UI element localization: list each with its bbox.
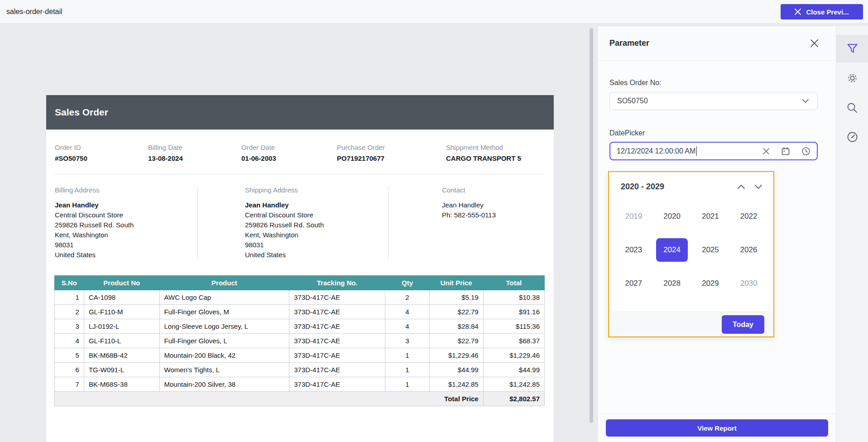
text-caret [696, 146, 697, 156]
year-label: 2029 [695, 272, 726, 295]
order-info-row: Order ID #SO50750 Billing Date 13-08-202… [46, 130, 554, 174]
column-header: Product No [84, 276, 159, 290]
table-cell: 6 [55, 363, 84, 377]
table-cell: BK-M68S-38 [84, 377, 159, 392]
side-icon-strip [836, 26, 868, 442]
billing-name: Jean Handley [55, 200, 197, 210]
datepicker-label: DatePicker [609, 129, 818, 137]
table-cell: 373D-417C-AE [289, 377, 385, 392]
order-id-block: Order ID #SO50750 [55, 144, 148, 162]
table-cell: 2 [385, 290, 429, 305]
address-line: United States [55, 250, 197, 260]
shipping-name: Jean Handley [245, 200, 388, 210]
strip-item-parameters[interactable] [836, 35, 868, 62]
report-title: Sales Order [46, 107, 108, 118]
year-cell-2022[interactable]: 2022 [729, 200, 768, 233]
address-line: United States [245, 250, 388, 260]
year-cell-2026[interactable]: 2026 [729, 233, 768, 267]
column-header: Unit Price [429, 276, 483, 290]
table-cell: Women's Tights, L [159, 363, 289, 377]
total-price-label: Total Price [55, 392, 484, 406]
today-button[interactable]: Today [722, 315, 764, 334]
vertical-scrollbar[interactable] [589, 26, 594, 442]
table-cell: Full-Finger Gloves, L [159, 334, 289, 348]
scrollbar-thumb[interactable] [590, 28, 593, 423]
datepicker-input[interactable]: 12/12/2024 12:00:00 AM [609, 142, 818, 160]
table-cell: 373D-417C-AE [289, 305, 385, 319]
table-cell: $91.16 [483, 305, 544, 319]
close-preview-label: Close Previ... [806, 8, 849, 16]
order-items-body: 1CA-1098AWC Logo Cap373D-417C-AE2$5.19$1… [55, 290, 545, 392]
table-cell: 373D-417C-AE [289, 363, 385, 377]
year-cell-2020[interactable]: 2020 [653, 200, 691, 233]
table-cell: $68.37 [483, 334, 544, 348]
table-cell: GL-F110-L [84, 334, 159, 348]
table-row: 6TG-W091-LWomen's Tights, L373D-417C-AE1… [55, 363, 545, 377]
year-label: 2019 [618, 205, 649, 228]
strip-item-performance[interactable] [836, 123, 868, 151]
purchase-order-value: PO7192170677 [337, 154, 446, 162]
strip-item-settings[interactable] [836, 64, 868, 92]
year-label: 2030 [733, 272, 765, 295]
shipment-method-block: Shippment Method CARGO TRANSPORT 5 [446, 144, 545, 162]
table-cell: 373D-417C-AE [289, 290, 385, 305]
contact-label: Contact [442, 186, 554, 194]
year-cell-2025[interactable]: 2025 [691, 233, 730, 267]
shipping-address: Shipping Address Jean Handley Central Di… [197, 186, 388, 260]
table-cell: $44.99 [483, 363, 544, 377]
table-row: 4GL-F110-LFull-Finger Gloves, L373D-417C… [55, 334, 545, 348]
search-icon [846, 102, 858, 114]
clear-date-button[interactable] [762, 148, 770, 155]
year-label: 2023 [618, 238, 649, 262]
decade-range-label[interactable]: 2020 - 2029 [621, 182, 664, 192]
sales-order-report: Sales Order Order ID #SO50750 Billing Da… [46, 95, 554, 442]
table-row: 5BK-M68B-42Mountain-200 Black, 42373D-41… [55, 348, 545, 363]
table-cell: AWC Logo Cap [159, 290, 289, 305]
order-items-table: S.NoProduct NoProductTracking No.QtyUnit… [54, 275, 545, 406]
year-cell-2021[interactable]: 2021 [691, 200, 730, 233]
table-header-row: S.NoProduct NoProductTracking No.QtyUnit… [55, 276, 545, 290]
report-banner: Sales Order [46, 95, 554, 130]
table-cell: $28.84 [429, 319, 483, 334]
billing-lines: Central Discount Store259826 Russell Rd.… [55, 210, 197, 260]
column-header: Product [159, 276, 289, 290]
year-label: 2022 [733, 205, 765, 228]
sales-order-no-select[interactable]: SO50750 [609, 92, 818, 110]
year-cell-2023[interactable]: 2023 [614, 233, 653, 267]
filter-icon [846, 43, 858, 55]
purchase-order-block: Purchase Order PO7192170677 [337, 144, 446, 162]
strip-item-search[interactable] [836, 94, 868, 121]
clear-icon [762, 148, 770, 155]
table-cell: Long-Sleeve Logo Jersey, L [159, 319, 289, 334]
open-timepicker-button[interactable] [801, 147, 810, 156]
year-cell-2024[interactable]: 2024 [653, 233, 691, 267]
table-cell: 2 [55, 305, 84, 319]
previous-decade-button[interactable] [737, 184, 745, 189]
address-line: 259826 Russell Rd. South [245, 220, 388, 230]
parameter-title: Parameter [609, 38, 649, 48]
year-cell-2027[interactable]: 2027 [614, 267, 653, 300]
next-decade-button[interactable] [754, 184, 762, 189]
year-cell-2028[interactable]: 2028 [653, 267, 691, 300]
table-row: 7BK-M68S-38Mountain-200 Silver, 38373D-4… [55, 377, 545, 392]
year-cell-2030[interactable]: 2030 [729, 267, 768, 300]
sales-order-no-label: Sales Order No: [609, 79, 818, 87]
table-cell: 373D-417C-AE [289, 348, 385, 363]
close-preview-button[interactable]: Close Previ... [781, 4, 863, 19]
table-cell: 4 [385, 305, 429, 319]
shipping-lines: Central Discount Store259826 Russell Rd.… [245, 210, 388, 260]
year-cell-2029[interactable]: 2029 [691, 267, 730, 300]
view-report-button[interactable]: View Report [606, 419, 828, 437]
calendar-header: 2020 - 2029 [609, 172, 773, 192]
year-cell-2019[interactable]: 2019 [614, 200, 653, 233]
purchase-order-label: Purchase Order [337, 144, 446, 151]
address-line: Kent, Washington [245, 230, 388, 240]
close-icon [795, 9, 801, 15]
panel-close-button[interactable] [809, 38, 820, 48]
table-cell: 5 [55, 348, 84, 363]
panel-footer: View Report [598, 413, 836, 442]
parameter-panel-body: Sales Order No: SO50750 DatePicker 12/12… [598, 61, 836, 160]
contact-block: Contact Jean Handley Ph: 582-555-0113 [388, 186, 554, 260]
address-line: 259826 Russell Rd. South [55, 220, 197, 230]
open-calendar-button[interactable] [781, 147, 790, 156]
